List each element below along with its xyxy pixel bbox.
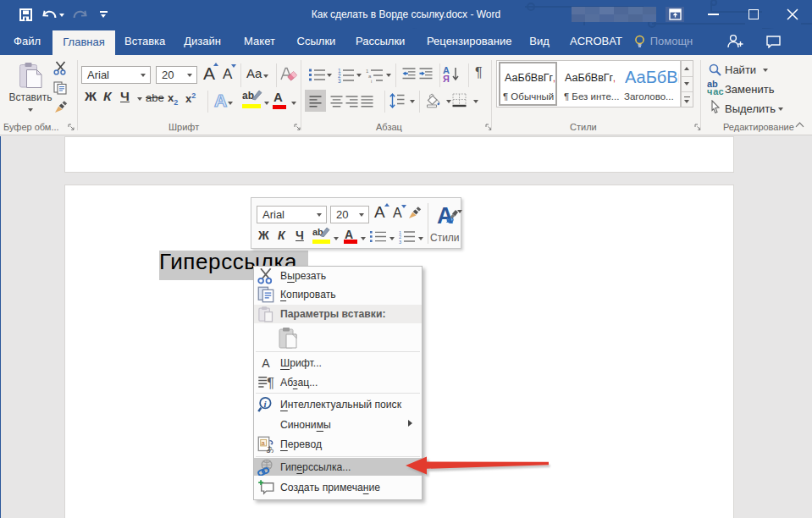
svg-text:i: i xyxy=(264,399,268,409)
svg-text:3: 3 xyxy=(399,240,401,245)
svg-text:3: 3 xyxy=(338,78,341,84)
svg-text:i: i xyxy=(371,79,372,84)
svg-text:あ: あ xyxy=(267,445,274,453)
svg-text:A: A xyxy=(214,91,227,110)
svg-text:¶: ¶ xyxy=(267,375,274,390)
